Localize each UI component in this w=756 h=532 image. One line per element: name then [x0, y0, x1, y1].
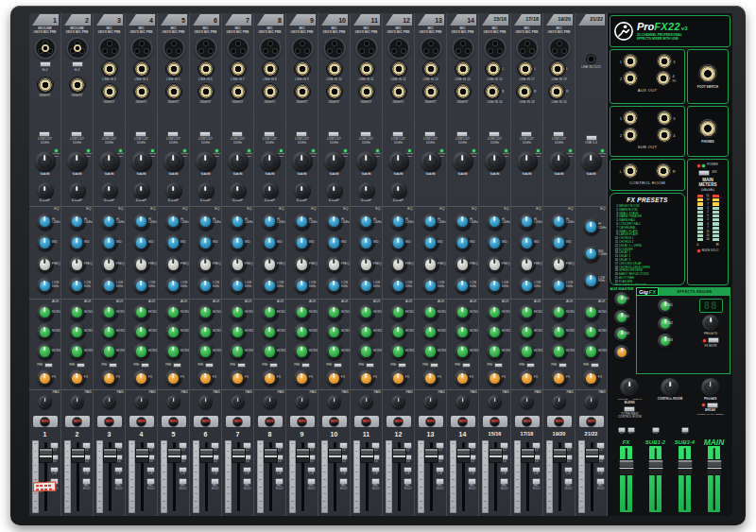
eq-mid-knob[interactable]: [583, 246, 600, 263]
mon2-knob[interactable]: [69, 323, 86, 340]
comp-knob[interactable]: [326, 182, 343, 199]
mon3-knob[interactable]: [101, 343, 118, 360]
mon3-knob[interactable]: [455, 343, 472, 360]
comp-knob[interactable]: [133, 182, 150, 199]
mon3-knob[interactable]: [37, 343, 54, 360]
channel-fader[interactable]: [521, 448, 535, 463]
eq-hi-knob[interactable]: [422, 214, 439, 231]
eq-hi-knob[interactable]: [165, 214, 182, 231]
fx-mute-button[interactable]: [708, 337, 719, 343]
pre-switch[interactable]: [430, 363, 438, 368]
pfl-solo-button[interactable]: [371, 478, 380, 485]
pfl-solo-button[interactable]: [468, 478, 476, 485]
eq-low-knob[interactable]: [294, 277, 311, 294]
eq-mid-knob[interactable]: [519, 234, 536, 251]
eq-freq-knob[interactable]: [326, 256, 343, 273]
fx-send-knob[interactable]: [37, 369, 54, 386]
eq-freq-knob[interactable]: [37, 256, 54, 273]
fx-send-knob[interactable]: [487, 369, 504, 386]
eq-mid-knob[interactable]: [326, 234, 343, 251]
eq-freq-knob[interactable]: [230, 256, 247, 273]
eq-low-knob[interactable]: [519, 277, 536, 294]
mon2-knob[interactable]: [487, 323, 504, 340]
mute-button[interactable]: MUTE: [200, 417, 211, 427]
mon3-knob[interactable]: [69, 343, 86, 360]
eq-low-knob[interactable]: [101, 277, 118, 294]
comp-knob[interactable]: [37, 182, 54, 199]
control-room-knob[interactable]: [661, 378, 679, 397]
eq-hi-knob[interactable]: [551, 214, 568, 231]
fx-send-knob[interactable]: [519, 369, 536, 386]
eq-hi-knob[interactable]: [583, 218, 600, 235]
pan-knob[interactable]: [102, 395, 116, 409]
pan-knob[interactable]: [231, 395, 245, 409]
eq-mid-knob[interactable]: [422, 234, 439, 251]
eq-mid-knob[interactable]: [487, 234, 504, 251]
pan-knob[interactable]: [488, 395, 502, 409]
blend-knob[interactable]: [620, 378, 639, 397]
eq-mid-knob[interactable]: [262, 234, 279, 251]
fx-send-knob[interactable]: [326, 369, 343, 386]
eq-low-knob[interactable]: [262, 277, 279, 294]
eq-hi-knob[interactable]: [455, 214, 472, 231]
eq-hi-knob[interactable]: [487, 214, 504, 231]
pre-switch[interactable]: [205, 363, 214, 368]
comp-knob[interactable]: [230, 182, 247, 199]
fx-send-knob[interactable]: [390, 369, 407, 386]
comp-knob[interactable]: [294, 182, 311, 199]
fx-send-knob[interactable]: [358, 369, 375, 386]
eq-hi-knob[interactable]: [519, 214, 536, 231]
eq-freq-knob[interactable]: [198, 256, 215, 273]
eq-low-knob[interactable]: [358, 277, 375, 294]
mon1-knob[interactable]: [101, 304, 118, 321]
pfl-solo-button[interactable]: [146, 478, 155, 485]
pre-switch[interactable]: [301, 363, 310, 368]
gain-knob[interactable]: [292, 151, 313, 172]
gain-knob[interactable]: [99, 151, 120, 172]
eq-mid-knob[interactable]: [455, 234, 472, 251]
mon1-knob[interactable]: [487, 304, 504, 321]
pfl-solo-button[interactable]: [82, 478, 91, 485]
gain-knob[interactable]: [35, 151, 56, 172]
eq-mid-knob[interactable]: [37, 234, 54, 251]
mon2-knob[interactable]: [519, 323, 536, 340]
channel-fader[interactable]: [392, 448, 406, 463]
pre-switch[interactable]: [558, 363, 567, 368]
fx-send-knob[interactable]: [230, 369, 247, 386]
gain-knob[interactable]: [517, 151, 538, 172]
eq-low-knob[interactable]: [165, 277, 182, 294]
mon2-knob[interactable]: [551, 323, 568, 340]
mute-button[interactable]: MUTE: [490, 417, 500, 427]
channel-fader[interactable]: [167, 448, 181, 463]
pan-knob[interactable]: [295, 395, 309, 409]
pan-knob[interactable]: [70, 395, 84, 409]
channel-fader[interactable]: [489, 448, 503, 463]
channel-fader[interactable]: [199, 448, 214, 463]
mon1-knob[interactable]: [422, 304, 439, 321]
eq-hi-knob[interactable]: [390, 214, 407, 231]
pan-knob[interactable]: [359, 395, 373, 409]
mon1-knob[interactable]: [326, 304, 343, 321]
eq-hi-knob[interactable]: [358, 214, 375, 231]
eq-low-knob[interactable]: [198, 277, 215, 294]
pfl-solo-button[interactable]: [532, 478, 541, 485]
fx-send-knob[interactable]: [455, 369, 472, 386]
pfl-solo-button[interactable]: [436, 478, 444, 485]
fx-send-knob[interactable]: [101, 369, 118, 386]
pre-switch[interactable]: [526, 363, 535, 368]
eq-hi-knob[interactable]: [198, 214, 215, 231]
presets-knob[interactable]: [702, 315, 719, 332]
eq-freq-knob[interactable]: [390, 256, 407, 273]
fx-send-knob[interactable]: [198, 369, 215, 386]
pan-knob[interactable]: [455, 395, 470, 409]
fx-send-knob[interactable]: [69, 369, 86, 386]
pre-switch[interactable]: [109, 363, 117, 368]
mon2-knob[interactable]: [294, 323, 311, 340]
eq-low-knob[interactable]: [230, 277, 247, 294]
pan-knob[interactable]: [198, 395, 213, 409]
pre-switch[interactable]: [141, 363, 149, 368]
mon1-knob[interactable]: [262, 304, 279, 321]
fx-send-knob[interactable]: [262, 369, 279, 386]
mute-button[interactable]: MUTE: [425, 417, 436, 427]
eq-freq-knob[interactable]: [262, 256, 279, 273]
